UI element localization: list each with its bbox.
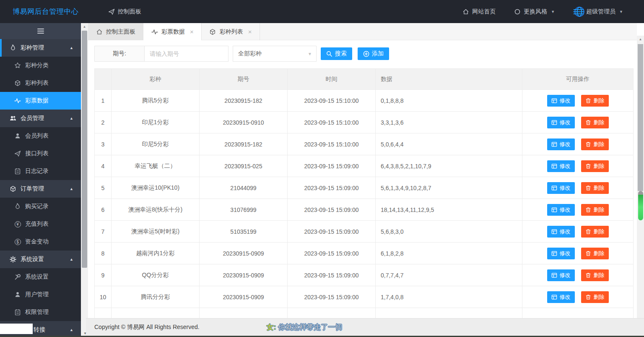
- edit-button[interactable]: 修改: [547, 138, 575, 150]
- column-header: 彩种: [112, 69, 200, 90]
- header-right-item[interactable]: 更换风格▼: [505, 0, 564, 23]
- header-right-item[interactable]: 超级管理员▼: [564, 0, 632, 23]
- delete-button[interactable]: 删除: [581, 226, 609, 238]
- sidebar-item-用户管理[interactable]: 用户管理: [0, 286, 81, 303]
- edit-button[interactable]: 修改: [547, 160, 575, 172]
- header-right-item[interactable]: 网站首页: [453, 0, 505, 23]
- draw-time: 2023-09-15 15:10:00: [288, 133, 376, 155]
- sidebar-item-订单管理[interactable]: 订单管理▲: [0, 180, 81, 198]
- delete-button[interactable]: 删除: [581, 117, 609, 128]
- edit-button[interactable]: 修改: [547, 291, 575, 303]
- delete-button[interactable]: 删除: [581, 269, 609, 281]
- scroll-up-icon[interactable]: ▲: [637, 37, 644, 42]
- sidebar-item-购买记录[interactable]: 购买记录: [0, 198, 81, 215]
- window-icon: [551, 207, 557, 213]
- sidebar-scrollbar[interactable]: ▲: [81, 23, 88, 337]
- draw-time: 2023-09-15 15:09:00: [288, 221, 376, 243]
- column-header: [95, 69, 112, 90]
- content-scrollbar[interactable]: ▲: [637, 36, 644, 318]
- sidebar-item-权限管理[interactable]: 权限管理: [0, 303, 81, 321]
- close-icon[interactable]: ×: [190, 28, 194, 35]
- tab-控制主面板[interactable]: 控制主面板: [88, 23, 143, 40]
- sidebar-item-充值列表[interactable]: ¥充值列表: [0, 215, 81, 233]
- delete-button[interactable]: 删除: [581, 138, 609, 150]
- issue-input[interactable]: [145, 46, 228, 61]
- lottery-type-select[interactable]: 全部彩种 ▼: [233, 46, 317, 62]
- row-index: 1: [95, 90, 112, 112]
- search-button[interactable]: 搜索: [321, 47, 352, 60]
- sidebar-item-系统设置[interactable]: 系统设置▲: [0, 251, 81, 268]
- draw-numbers: 18,14,13,4,11,12,9,5: [376, 199, 522, 221]
- draw-time: 2023-09-15 15:10:00: [288, 112, 376, 133]
- tab-bar: 控制主面板彩票数据×彩种列表×: [88, 23, 637, 40]
- edit-button[interactable]: 修改: [547, 204, 575, 216]
- users-icon: [9, 115, 17, 122]
- table-row: 1腾讯5分彩20230915-1822023-09-15 15:10:000,1…: [95, 90, 634, 112]
- caret-down-icon: ▼: [551, 10, 555, 14]
- tab-彩票数据[interactable]: 彩票数据×: [143, 23, 202, 40]
- cube-icon: [209, 29, 216, 35]
- row-index: 8: [95, 243, 112, 264]
- edit-button[interactable]: 修改: [547, 117, 575, 128]
- scroll-down-icon[interactable]: ▼: [82, 332, 88, 335]
- lottery-name: 幸运飞艇（二）: [112, 155, 200, 177]
- sidebar-item-会员管理[interactable]: 会员管理▲: [0, 110, 81, 127]
- draw-time: 2023-09-15 15:09:00: [288, 243, 376, 264]
- sidebar-item-系统设置[interactable]: 系统设置: [0, 268, 81, 286]
- delete-button[interactable]: 删除: [581, 95, 609, 107]
- delete-button[interactable]: 删除: [581, 182, 609, 194]
- plus-circle-icon: [363, 51, 369, 57]
- trash-icon: [585, 294, 591, 300]
- header-nav-item[interactable]: 控制面板: [101, 0, 149, 23]
- trash-icon: [585, 272, 591, 278]
- row-index: 2: [95, 112, 112, 133]
- table-row: 6澳洲幸运8(快乐十分)310769992023-09-15 15:09:001…: [95, 199, 634, 221]
- sidebar-item-彩种分类[interactable]: 彩种分类: [0, 57, 81, 74]
- delete-button[interactable]: 删除: [581, 248, 609, 259]
- lottery-data-table: 彩种期号时间数据可用操作1腾讯5分彩20230915-1822023-09-15…: [94, 68, 634, 318]
- edit-button[interactable]: 修改: [547, 95, 575, 107]
- footer: Copyright © 博易网 All Rights Reserved. 女: …: [86, 318, 644, 336]
- trash-icon: [585, 98, 591, 104]
- issue-number: 21044099: [200, 177, 288, 199]
- add-button[interactable]: 添加: [358, 47, 389, 60]
- close-icon[interactable]: ×: [248, 28, 252, 35]
- edit-button[interactable]: 修改: [547, 226, 575, 238]
- content-area: 期号: 全部彩种 ▼ 搜索 添加 彩种期号时间数据可用操作1腾讯5分彩20230…: [88, 41, 637, 318]
- window-icon: [551, 251, 557, 256]
- sidebar-item-彩种列表[interactable]: 彩种列表: [0, 74, 81, 92]
- search-icon: [326, 51, 332, 57]
- app-title[interactable]: 博易网后台管理中心: [0, 7, 101, 16]
- flame-icon: [9, 44, 17, 51]
- sidebar-item-资金变动[interactable]: $资金变动: [0, 233, 81, 251]
- edit-button[interactable]: 修改: [547, 269, 575, 281]
- tools-icon: [14, 274, 21, 280]
- yen-circle-icon: ¥: [15, 221, 21, 227]
- sidebar-item-日志记录[interactable]: 日志记录: [0, 162, 81, 180]
- dollar-icon: $: [14, 238, 21, 245]
- edit-button[interactable]: 修改: [547, 248, 575, 259]
- sidebar-collapse-button[interactable]: [0, 23, 81, 39]
- delete-button[interactable]: 删除: [581, 160, 609, 172]
- sidebar-item-会员列表[interactable]: 会员列表: [0, 127, 81, 145]
- column-header: 期号: [200, 69, 288, 90]
- caret-up-icon: ▲: [70, 257, 73, 261]
- scrollbar-thumb[interactable]: [638, 44, 643, 191]
- delete-button[interactable]: 删除: [581, 204, 609, 216]
- sidebar-item-接口列表[interactable]: 接口列表: [0, 145, 81, 162]
- scroll-up-icon[interactable]: ▲: [81, 24, 88, 30]
- tab-彩种列表[interactable]: 彩种列表×: [202, 23, 260, 40]
- edit-button[interactable]: 修改: [547, 182, 575, 194]
- delete-button[interactable]: 删除: [581, 291, 609, 303]
- scrollbar-thumb[interactable]: [82, 31, 87, 268]
- top-header: 博易网后台管理中心 控制面板 网站首页更换风格▼超级管理员▼: [0, 0, 644, 23]
- sidebar-item-彩种管理[interactable]: 彩种管理▲: [0, 39, 81, 57]
- window-icon: [551, 163, 557, 169]
- pulse-icon: [14, 97, 21, 104]
- sidebar-item-彩票数据[interactable]: 彩票数据: [0, 92, 81, 110]
- row-actions: 修改删除: [522, 286, 634, 308]
- table-row: 3印尼5分彩20230915-1822023-09-15 15:10:005,0…: [95, 133, 634, 155]
- column-header: 可用操作: [522, 69, 634, 90]
- trash-icon: [585, 141, 591, 147]
- custom-scrollbar-thumb[interactable]: [638, 191, 643, 220]
